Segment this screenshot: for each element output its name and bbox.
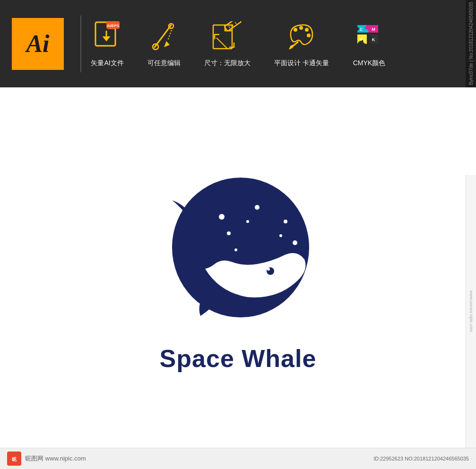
main-content: Space Whale www.uururu.nipic.com 昵 昵图网 w… bbox=[0, 87, 476, 469]
side-text-content: Byinc07de | No:20181212042465​65035 bbox=[468, 2, 474, 85]
logo-brand-name: Space Whale bbox=[160, 344, 317, 373]
nipic-logo: 昵 bbox=[7, 452, 21, 466]
whale-illustration bbox=[148, 160, 328, 330]
scalable-icon bbox=[211, 20, 244, 53]
scalable-label: 尺寸：无限放大 bbox=[204, 59, 251, 68]
svg-point-25 bbox=[172, 178, 309, 317]
editable-icon bbox=[147, 20, 181, 53]
editable-label: 可任意编辑 bbox=[147, 59, 181, 68]
svg-point-35 bbox=[246, 220, 249, 223]
toolbar-divider bbox=[80, 16, 81, 72]
toolbar-items: AI/EPS 矢量AI文件 可任意编辑 bbox=[91, 20, 471, 68]
svg-point-33 bbox=[279, 234, 282, 237]
bottom-site: 昵图网 www.nipic.com bbox=[25, 454, 86, 463]
svg-text:Y: Y bbox=[360, 37, 363, 42]
vector-file-icon: AI/EPS bbox=[91, 20, 124, 53]
design-label: 平面设计 卡通矢量 bbox=[274, 59, 329, 68]
svg-point-29 bbox=[219, 214, 225, 220]
toolbar-item-design[interactable]: 平面设计 卡通矢量 bbox=[274, 20, 329, 68]
toolbar-item-editable[interactable]: 可任意编辑 bbox=[147, 20, 181, 68]
svg-point-30 bbox=[255, 205, 260, 210]
svg-point-36 bbox=[298, 260, 302, 264]
bottom-left: 昵 昵图网 www.nipic.com bbox=[7, 452, 86, 466]
bottom-bar: 昵 昵图网 www.nipic.com ID:22952623 NO:20181… bbox=[0, 448, 476, 469]
vector-file-label: 矢量AI文件 bbox=[91, 59, 123, 68]
svg-text:AI/EPS: AI/EPS bbox=[107, 24, 120, 28]
svg-point-37 bbox=[234, 248, 237, 251]
logo-container: Space Whale bbox=[148, 160, 328, 373]
toolbar-item-scalable[interactable]: 尺寸：无限放大 bbox=[204, 20, 251, 68]
right-watermark: www.uururu.nipic.com bbox=[466, 175, 476, 448]
svg-point-16 bbox=[299, 26, 303, 30]
svg-point-31 bbox=[284, 220, 287, 223]
toolbar-item-cmyk[interactable]: C M Y K CMYK颜色 bbox=[353, 20, 386, 68]
svg-text:C: C bbox=[360, 27, 363, 32]
svg-text:K: K bbox=[372, 37, 375, 42]
svg-rect-9 bbox=[213, 25, 232, 49]
right-watermark-text: www.uururu.nipic.com bbox=[469, 290, 474, 332]
svg-text:M: M bbox=[372, 27, 375, 32]
svg-point-28 bbox=[267, 268, 270, 271]
toolbar-side-text: Byinc07de | No:20181212042465​65035 bbox=[466, 0, 476, 87]
bottom-right-id: ID:22952623 NO:20181212042465​65035 bbox=[373, 456, 469, 461]
svg-point-32 bbox=[293, 240, 297, 245]
toolbar-item-vector[interactable]: AI/EPS 矢量AI文件 bbox=[91, 20, 124, 68]
svg-point-15 bbox=[294, 28, 297, 32]
toolbar: Ai AI/EPS 矢量AI文件 bbox=[0, 0, 476, 87]
svg-marker-7 bbox=[164, 41, 170, 47]
svg-text:昵: 昵 bbox=[12, 457, 17, 462]
cmyk-icon: C M Y K bbox=[353, 20, 386, 53]
cmyk-label: CMYK颜色 bbox=[353, 59, 385, 68]
ai-logo-box: Ai bbox=[12, 18, 64, 70]
svg-line-11 bbox=[229, 26, 230, 28]
svg-rect-10 bbox=[225, 21, 242, 31]
svg-line-13 bbox=[235, 22, 236, 24]
svg-point-18 bbox=[307, 34, 311, 37]
svg-point-34 bbox=[227, 231, 231, 235]
design-icon bbox=[285, 20, 318, 53]
svg-line-14 bbox=[216, 38, 227, 49]
svg-point-17 bbox=[305, 28, 309, 32]
ai-logo-text: Ai bbox=[26, 32, 49, 56]
